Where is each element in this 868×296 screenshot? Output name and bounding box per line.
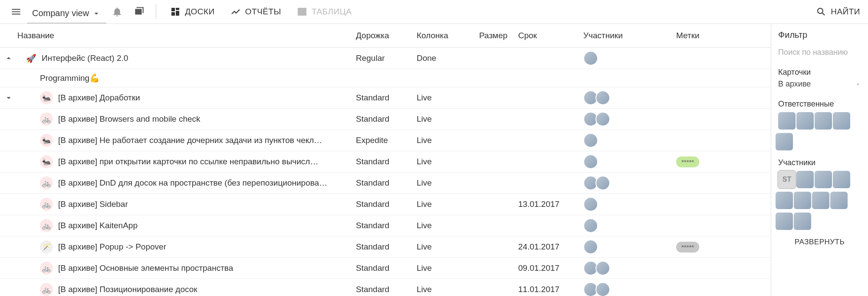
table-row[interactable]: 🚲[В архиве] Основные элементы пространст… bbox=[0, 258, 771, 279]
col-due[interactable]: Срок bbox=[518, 31, 583, 40]
table-row[interactable]: 🚲[В архиве] KaitenAppStandardLive bbox=[0, 215, 771, 236]
divider bbox=[156, 4, 156, 19]
boards-icon bbox=[170, 7, 181, 17]
nav-table: ТАБЛИЦА bbox=[289, 7, 359, 17]
avatar[interactable] bbox=[794, 213, 811, 230]
cell-lane: Standard bbox=[356, 157, 417, 166]
cell-column: Live bbox=[417, 221, 479, 230]
avatar[interactable] bbox=[833, 171, 850, 188]
avatar[interactable] bbox=[595, 90, 610, 105]
tag[interactable]: ***** bbox=[676, 156, 699, 167]
table-row[interactable]: 🚲[В архиве] DnD для досок на пространств… bbox=[0, 173, 771, 194]
avatar[interactable] bbox=[776, 213, 793, 230]
notifications-button[interactable] bbox=[106, 0, 128, 24]
table-row-parent[interactable]: 🚀 Интерфейс (React) 2.0 Regular Done bbox=[0, 48, 771, 69]
avatar[interactable] bbox=[796, 112, 814, 130]
collapse-toggle[interactable] bbox=[0, 53, 17, 63]
card-emoji: 🚀 bbox=[26, 53, 36, 63]
avatar[interactable] bbox=[583, 239, 598, 254]
avatar[interactable] bbox=[815, 171, 832, 188]
cell-column: Live bbox=[417, 93, 479, 103]
card-title: [В архиве] Sidebar bbox=[58, 200, 128, 209]
cell-column: Live bbox=[417, 178, 479, 188]
gallery-button[interactable] bbox=[128, 0, 150, 24]
table-row[interactable]: 🚲[В архиве] Browsers and mobile checkSta… bbox=[0, 109, 771, 130]
image-stack-icon bbox=[133, 6, 145, 17]
cell-due: 11.01.2017 bbox=[518, 285, 583, 294]
cell-members bbox=[583, 239, 676, 254]
card-title: [В архиве] Browsers and mobile check bbox=[58, 114, 201, 124]
tag[interactable]: ***** bbox=[676, 242, 699, 253]
table-row[interactable]: 🐜[В архиве] Не работает создание дочерни… bbox=[0, 130, 771, 151]
col-lane[interactable]: Дорожка bbox=[356, 31, 417, 40]
filter-expand-button[interactable]: РАЗВЕРНУТЬ bbox=[778, 238, 861, 246]
avatar[interactable] bbox=[830, 192, 848, 209]
menu-button[interactable] bbox=[5, 0, 27, 24]
cell-lane: Standard bbox=[356, 221, 417, 230]
reports-icon bbox=[230, 7, 241, 17]
avatar[interactable] bbox=[595, 282, 610, 296]
col-column[interactable]: Колонка bbox=[417, 31, 479, 40]
avatar[interactable] bbox=[595, 261, 610, 276]
col-size[interactable]: Размер bbox=[479, 31, 518, 40]
bug-icon: 🐜 bbox=[40, 91, 53, 104]
cell-members bbox=[583, 282, 676, 296]
bike-icon: 🚲 bbox=[40, 219, 53, 232]
avatar[interactable] bbox=[595, 176, 610, 190]
avatar[interactable]: ST bbox=[778, 171, 796, 188]
card-title: [В архиве] DnD для досок на пространстве… bbox=[58, 178, 327, 188]
cell-column: Live bbox=[417, 242, 479, 252]
avatar[interactable] bbox=[583, 218, 598, 233]
filter-members-label: Участники bbox=[778, 158, 861, 167]
cell-members bbox=[583, 197, 676, 212]
filter-cards-select[interactable]: В архиве bbox=[778, 77, 861, 92]
avatar[interactable] bbox=[796, 171, 814, 188]
nav-reports[interactable]: ОТЧЁТЫ bbox=[223, 7, 289, 17]
bug-icon: 🐜 bbox=[40, 134, 53, 147]
avatar[interactable] bbox=[583, 51, 598, 66]
col-members[interactable]: Участники bbox=[583, 31, 676, 40]
col-tags[interactable]: Метки bbox=[676, 31, 771, 40]
avatar[interactable] bbox=[815, 112, 832, 130]
cell-lane: Standard bbox=[356, 285, 417, 294]
avatar[interactable] bbox=[812, 192, 829, 209]
cell-members bbox=[583, 176, 676, 190]
bike-icon: 🚲 bbox=[40, 283, 53, 296]
avatar[interactable] bbox=[794, 192, 811, 209]
nav-boards[interactable]: ДОСКИ bbox=[162, 7, 223, 17]
search-icon bbox=[816, 7, 826, 17]
search-label: НАЙТИ bbox=[831, 7, 860, 17]
cell-members bbox=[583, 90, 676, 105]
cell-column: Live bbox=[417, 157, 479, 166]
avatar[interactable] bbox=[776, 192, 793, 209]
search-button[interactable]: НАЙТИ bbox=[808, 7, 863, 17]
table-row[interactable]: 🚲[В архиве] Позиционирование досокStanda… bbox=[0, 279, 771, 296]
avatar[interactable] bbox=[833, 112, 850, 130]
view-switcher-label: Company view bbox=[32, 8, 89, 18]
card-title: [В архиве] Не работает создание дочерних… bbox=[58, 136, 322, 145]
cell-members bbox=[583, 154, 676, 169]
cell-column: Live bbox=[417, 263, 479, 273]
app-header: Company view ДОСКИ ОТЧЁТЫ ТАБЛИЦА НАЙТИ bbox=[0, 0, 868, 24]
avatar[interactable] bbox=[583, 154, 598, 169]
bike-icon: 🚲 bbox=[40, 113, 53, 126]
avatar[interactable] bbox=[595, 112, 610, 126]
bug-icon: 🐜 bbox=[40, 155, 53, 168]
bike-icon: 🚲 bbox=[40, 198, 53, 211]
avatar[interactable] bbox=[778, 112, 796, 130]
table-row[interactable]: 🪄[В архиве] Popup -> PopoverStandardLive… bbox=[0, 236, 771, 258]
filter-search-input[interactable] bbox=[778, 45, 861, 60]
avatar[interactable] bbox=[776, 133, 793, 150]
table-row[interactable]: 🐜[В архиве] ДоработкиStandardLive bbox=[0, 87, 771, 109]
col-title[interactable]: Название bbox=[17, 31, 356, 40]
cell-column: Live bbox=[417, 285, 479, 294]
chevron-up-icon bbox=[4, 53, 13, 63]
view-switcher[interactable]: Company view bbox=[27, 4, 106, 23]
table-row[interactable]: 🚲[В архиве] SidebarStandardLive13.01.201… bbox=[0, 194, 771, 215]
avatar[interactable] bbox=[583, 133, 598, 148]
avatar[interactable] bbox=[583, 197, 598, 212]
nav-label: ТАБЛИЦА bbox=[312, 7, 352, 17]
cell-tags: ***** bbox=[676, 156, 771, 167]
table-row[interactable]: 🐜[В архиве] при открытии карточки по ссы… bbox=[0, 151, 771, 173]
expand-toggle[interactable] bbox=[0, 93, 17, 103]
